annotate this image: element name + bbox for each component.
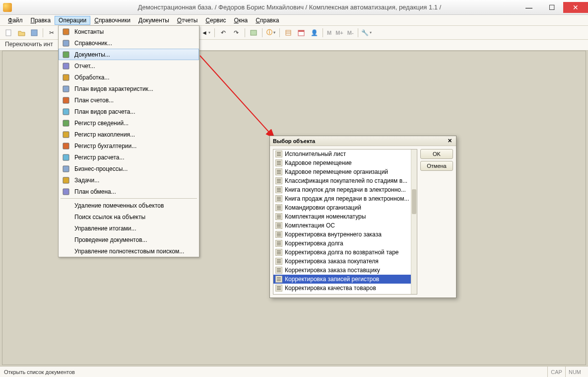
nav-back-icon[interactable]: ◄ bbox=[200, 27, 211, 38]
list-item[interactable]: Кадровое перемещение bbox=[273, 158, 411, 167]
dropdown-item[interactable]: Бизнес-процессы... bbox=[59, 163, 199, 174]
list-item[interactable]: Исполнительный лист bbox=[273, 150, 411, 158]
svg-rect-6 bbox=[286, 30, 291, 35]
svg-rect-5 bbox=[251, 30, 257, 35]
menu-окна[interactable]: Окна bbox=[230, 16, 252, 25]
info-icon[interactable]: ⓘ bbox=[265, 27, 276, 38]
ok-button[interactable]: OK bbox=[420, 149, 453, 159]
memory-mplus-button[interactable]: M+ bbox=[334, 27, 344, 38]
svg-rect-10 bbox=[298, 30, 304, 32]
list-item[interactable]: Кадровое перемещение организаций bbox=[273, 167, 411, 176]
dropdown-item-label: Задачи... bbox=[74, 177, 99, 184]
dropdown-item[interactable]: Удаление помеченных объектов bbox=[59, 200, 199, 211]
dialog-close-icon[interactable]: ✕ bbox=[446, 138, 453, 145]
menu-файл[interactable]: Файл bbox=[4, 16, 27, 25]
save-icon[interactable] bbox=[29, 27, 40, 38]
list-item[interactable]: Корректировка качества товаров bbox=[273, 284, 411, 293]
dialog-listbox[interactable]: Исполнительный листКадровое перемещениеК… bbox=[273, 149, 417, 295]
dropdown-item[interactable]: Регистр накопления... bbox=[59, 129, 199, 140]
menu-правка[interactable]: Правка bbox=[27, 16, 55, 25]
menu-документы[interactable]: Документы bbox=[134, 16, 173, 25]
list-item[interactable]: Корректировка долга bbox=[273, 239, 411, 248]
list-item-label: Классификация покупателей по стадиям в..… bbox=[285, 177, 407, 184]
list-item-label: Книга покупок для передачи в электронно.… bbox=[285, 186, 406, 193]
minimize-button[interactable]: — bbox=[518, 2, 540, 13]
list-item[interactable]: Корректировка долга по возвратной таре bbox=[273, 248, 411, 257]
app-icon bbox=[3, 3, 12, 12]
dropdown-item[interactable]: Управление полнотекстовым поиском... bbox=[59, 245, 199, 257]
dropdown-item[interactable]: Регистр бухгалтерии... bbox=[59, 140, 199, 151]
list-item[interactable]: Корректировка записей регистров bbox=[273, 275, 411, 284]
list-icon[interactable] bbox=[283, 27, 294, 38]
scroll-thumb[interactable] bbox=[412, 189, 416, 214]
svg-rect-14 bbox=[63, 63, 69, 69]
dropdown-item[interactable]: План обмена... bbox=[59, 186, 199, 197]
dropdown-item[interactable]: Регистр сведений... bbox=[59, 117, 199, 129]
dropdown-item[interactable]: Документы... bbox=[59, 49, 199, 60]
reg1-icon bbox=[62, 119, 70, 128]
status-num: NUM bbox=[565, 367, 584, 377]
statusbar: Открыть список документов CAP NUM bbox=[0, 366, 588, 377]
dropdown-item[interactable]: Задачи... bbox=[59, 174, 199, 186]
exch-icon bbox=[62, 187, 70, 196]
redo-icon[interactable]: ↷ bbox=[231, 27, 242, 38]
list-item-label: Комплектация ОС bbox=[285, 222, 335, 229]
dropdown-item-label: Регистр расчета... bbox=[74, 154, 125, 161]
dropdown-item[interactable]: Поиск ссылок на объекты bbox=[59, 211, 199, 223]
user-icon[interactable]: 👤 bbox=[309, 27, 320, 38]
dropdown-item[interactable]: Отчет... bbox=[59, 60, 199, 72]
dropdown-item[interactable]: Регистр расчета... bbox=[59, 151, 199, 163]
list-item[interactable]: Командировки организаций bbox=[273, 203, 411, 212]
dropdown-item-label: Удаление помеченных объектов bbox=[74, 202, 164, 209]
menu-справочники[interactable]: Справочники bbox=[90, 16, 134, 25]
list-item[interactable]: Книга покупок для передачи в электронно.… bbox=[273, 185, 411, 194]
dropdown-item[interactable]: Управление итогами... bbox=[59, 223, 199, 234]
list-item[interactable]: Классификация покупателей по стадиям в..… bbox=[273, 176, 411, 185]
menu-операции[interactable]: Операции bbox=[55, 16, 90, 25]
document-icon bbox=[275, 267, 282, 274]
cut-icon[interactable]: ✂ bbox=[46, 27, 57, 38]
dropdown-item[interactable]: Справочник... bbox=[59, 37, 199, 49]
scrollbar[interactable] bbox=[411, 150, 417, 294]
list-item[interactable]: Книга продаж для передачи в электронном.… bbox=[273, 194, 411, 203]
dropdown-item[interactable]: Проведение документов... bbox=[59, 234, 199, 245]
document-icon bbox=[275, 168, 282, 175]
dropdown-item-label: Справочник... bbox=[74, 40, 112, 47]
dropdown-item[interactable]: План видов расчета... bbox=[59, 106, 199, 117]
list-item-label: Исполнительный лист bbox=[285, 151, 346, 157]
tools-icon[interactable]: 🔧 bbox=[361, 27, 372, 38]
dropdown-item[interactable]: Обработка... bbox=[59, 72, 199, 83]
list-item[interactable]: Корректировка заказа поставщику bbox=[273, 266, 411, 275]
dialog-titlebar[interactable]: Выбор объекта ✕ bbox=[270, 136, 456, 146]
list-item-label: Корректировка качества товаров bbox=[285, 285, 376, 292]
document-icon bbox=[275, 159, 282, 166]
svg-rect-1 bbox=[31, 30, 37, 36]
list-item[interactable]: Корректировка заказа покупателя bbox=[273, 257, 411, 266]
new-icon[interactable] bbox=[3, 27, 14, 38]
close-button[interactable]: ✕ bbox=[563, 2, 588, 13]
dropdown-item-label: План видов характеристик... bbox=[74, 85, 153, 92]
memory-m-button[interactable]: M bbox=[326, 27, 332, 38]
document-icon bbox=[275, 222, 282, 229]
memory-mminus-button[interactable]: M- bbox=[346, 27, 355, 38]
menu-сервис[interactable]: Сервис bbox=[201, 16, 230, 25]
undo-icon[interactable]: ↶ bbox=[218, 27, 229, 38]
menu-справка[interactable]: Справка bbox=[252, 16, 283, 25]
operations-dropdown: КонстантыСправочник...Документы...Отчет.… bbox=[58, 25, 199, 257]
list-item[interactable]: Комплектация ОС bbox=[273, 221, 411, 230]
document-icon bbox=[275, 231, 282, 238]
calendar-icon[interactable] bbox=[296, 27, 307, 38]
cancel-button[interactable]: Отмена bbox=[420, 161, 453, 171]
maximize-button[interactable]: ☐ bbox=[540, 2, 563, 13]
menu-отчеты[interactable]: Отчеты bbox=[173, 16, 202, 25]
dropdown-item-label: Бизнес-процессы... bbox=[74, 165, 128, 172]
svg-rect-12 bbox=[63, 40, 69, 46]
dropdown-item[interactable]: Константы bbox=[59, 26, 199, 37]
list-item[interactable]: Корректировка внутреннего заказа bbox=[273, 230, 411, 239]
list-item[interactable]: Комплектация номенклатуры bbox=[273, 212, 411, 221]
open-icon[interactable] bbox=[16, 27, 27, 38]
dropdown-item[interactable]: План счетов... bbox=[59, 94, 199, 106]
register-icon[interactable] bbox=[248, 27, 259, 38]
dropdown-item[interactable]: План видов характеристик... bbox=[59, 83, 199, 94]
task-icon bbox=[62, 176, 70, 185]
